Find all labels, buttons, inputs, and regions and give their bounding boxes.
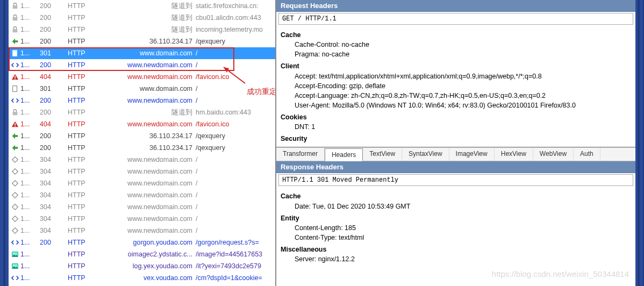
header-group: Cache [281,191,631,201]
session-row[interactable]: 1...200HTTPgorgon.youdao.com/gorgon/requ… [9,237,275,248]
svg-point-13 [13,265,15,266]
row-id: 1... [20,180,40,187]
row-status: 404 [40,120,68,128]
tab-imageview[interactable]: ImageView [449,148,495,161]
row-protocol: HTTP [68,180,103,187]
session-row[interactable]: 1...200HTTP隧道到cbu01.alicdn.com:443 [9,12,275,24]
session-row[interactable]: 1...404HTTPwww.newdomain.com/favicon.ico [9,118,275,130]
row-url: incoming.telemetry.mo [196,26,274,33]
row-status: 200 [40,2,68,10]
session-row[interactable]: 1...304HTTPwww.newdomain.com/ [9,225,275,237]
row-protocol: HTTP [68,109,103,116]
tab-webview[interactable]: WebView [533,148,574,161]
tab-auth[interactable]: Auth [574,148,600,161]
row-url: / [196,61,274,69]
row-id: 1... [20,168,40,175]
session-row[interactable]: 1...200HTTPwww.newdomain.com/ [9,59,275,71]
session-row[interactable]: 1...HTTPlog.yex.youdao.com/it?yexi=7493d… [9,260,275,272]
row-host: www.newdomain.com [103,120,196,128]
diamond-icon [10,227,20,234]
row-url: /qexquery [196,144,274,152]
session-row[interactable]: 1...304HTTPwww.newdomain.com/ [9,201,275,213]
row-id: 1... [20,144,40,152]
session-row[interactable]: 1...HTTPvex.voudao.com/cm?dspId=1&cookie… [9,272,275,284]
session-row[interactable]: 1...200HTTP36.110.234.17/qexquery [9,130,275,142]
request-line: GET / HTTP/1.1 [278,13,633,25]
send-icon [10,144,20,152]
header-group: Entity [281,213,631,223]
session-row[interactable]: 1...200HTTP36.110.234.17/qexquery [9,142,275,154]
tab-hexview[interactable]: HexView [495,148,533,161]
lock-icon [10,26,20,33]
row-status: 200 [40,61,68,69]
header-group: Cookies [281,112,631,122]
row-host: www.domain.com [103,49,196,57]
session-row[interactable]: 1...301HTTPwww.domain.com/ [9,83,275,95]
row-url: / [196,180,274,187]
row-url: / [196,49,274,57]
row-protocol: HTTP [68,203,103,211]
session-row[interactable]: 1...200HTTP隧道到hm.baidu.com:443 [9,106,275,118]
row-id: 1... [20,73,40,81]
request-headers-title: Request Headers [276,0,635,12]
session-row[interactable]: 1...200HTTP隧道到incoming.telemetry.mo [9,24,275,35]
row-url: / [196,215,274,223]
row-id: 1... [20,274,40,282]
row-host: 36.110.234.17 [103,132,196,140]
row-host: 36.110.234.17 [103,144,196,152]
row-url: /gorgon/request.s?s= [196,239,274,246]
row-id: 1... [20,262,40,270]
session-row[interactable]: 1...304HTTPwww.newdomain.com/ [9,154,275,166]
header-entry: Accept-Language: zh-CN,zh;q=0.8,zh-TW;q=… [281,91,631,101]
header-entry: DNT: 1 [281,122,631,132]
row-url: cbu01.alicdn.com:443 [196,14,274,22]
session-row[interactable]: 1...304HTTPwww.newdomain.com/ [9,213,275,225]
row-protocol: HTTP [68,26,103,33]
session-row[interactable]: 1...200HTTP36.110.234.17/qexquery [9,35,275,47]
row-id: 1... [20,2,40,10]
row-host: 隧道到 [103,13,196,23]
row-url: / [196,156,274,163]
row-host: 隧道到 [103,2,196,11]
svg-point-11 [13,253,15,254]
session-row[interactable]: 1...304HTTPwww.newdomain.com/ [9,189,275,201]
tab-textview[interactable]: TextView [363,148,402,161]
row-id: 1... [20,215,40,223]
session-row[interactable]: 1...301HTTPwww.domain.com/ [9,47,275,59]
session-row[interactable]: 1...200HTTP隧道到static.firefoxchina.cn: [9,0,275,12]
response-headers-title: Response Headers [276,161,635,173]
session-row[interactable]: 1...200HTTPwww.newdomain.com/ [9,95,275,106]
row-url: static.firefoxchina.cn: [196,2,274,10]
response-headers-panel: Response Headers HTTP/1.1 301 Moved Perm… [276,161,635,286]
row-url: /qexquery [196,38,274,45]
row-id: 1... [20,38,40,45]
img-icon [10,262,20,270]
header-entry: Content-Length: 185 [281,223,631,233]
session-row[interactable]: 1...HTTPoimagec2.ydstatic.c.../image?id=… [9,248,275,260]
tab-headers[interactable]: Headers [325,148,363,161]
row-protocol: HTTP [68,132,103,140]
tab-transformer[interactable]: Transformer [276,148,325,161]
row-protocol: HTTP [68,191,103,199]
row-status: 301 [40,85,68,92]
row-host: log.yex.youdao.com [103,262,196,270]
session-row[interactable]: 1...304HTTPwww.newdomain.com/ [9,177,275,189]
row-status: 301 [40,49,68,57]
row-status: 200 [40,97,68,104]
tab-syntaxview[interactable]: SyntaxView [402,148,449,161]
row-host: www.newdomain.com [103,168,196,175]
row-protocol: HTTP [68,168,103,175]
img-icon [10,251,20,258]
svg-rect-2 [13,29,18,32]
row-protocol: HTTP [68,215,103,223]
row-id: 1... [20,132,40,140]
row-protocol: HTTP [68,2,103,10]
session-row[interactable]: 1...404HTTPwww.newdomain.com/favicon.ico [9,71,275,83]
header-entry: Accept-Encoding: gzip, deflate [281,81,631,91]
row-status: 304 [40,180,68,187]
lock-icon [10,2,20,10]
header-entry: Content-Type: text/html [281,233,631,242]
row-host: vex.voudao.com [103,274,196,282]
sessions-list[interactable]: 1...200HTTP隧道到static.firefoxchina.cn:1..… [9,0,276,286]
session-row[interactable]: 1...304HTTPwww.newdomain.com/ [9,166,275,177]
